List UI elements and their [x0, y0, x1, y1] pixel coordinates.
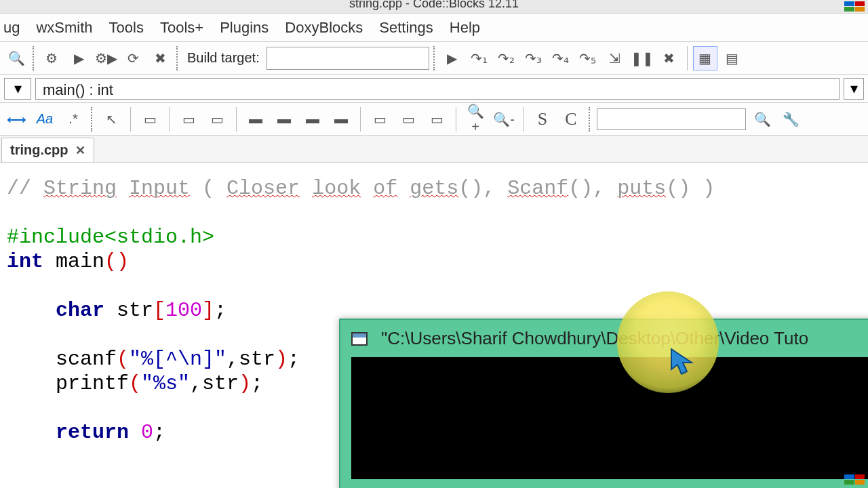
break-debug-icon[interactable]: ⇲ [603, 46, 627, 70]
regex-icon[interactable]: .* [61, 107, 85, 131]
console-title-text: "C:\Users\Sharif Chowdhury\Desktop\Other… [381, 328, 808, 349]
scope-left-drop[interactable]: ▾ [4, 78, 31, 100]
debug-play-icon[interactable]: ▶ [440, 46, 465, 70]
window-title-bar: string.cpp - Code::Blocks 12.11 [0, 0, 868, 14]
box10-icon[interactable]: ▭ [425, 107, 449, 131]
scope-symbol[interactable]: main() : int [35, 78, 840, 100]
box6-icon[interactable]: ▬ [300, 107, 325, 131]
menu-toolsplus[interactable]: Tools+ [160, 19, 203, 37]
stop-icon[interactable]: ✖ [148, 46, 172, 70]
box5-icon[interactable]: ▬ [272, 107, 296, 131]
editor-tab-strip: tring.cpp ✕ [0, 136, 868, 163]
step-out-icon[interactable]: ↷₄ [549, 46, 573, 70]
editor-tab-active[interactable]: tring.cpp ✕ [1, 138, 94, 162]
menu-help[interactable]: Help [450, 19, 480, 37]
pause-icon[interactable]: ❚❚ [630, 46, 654, 70]
menu-tools[interactable]: Tools [109, 19, 144, 37]
step-into-icon[interactable]: ↷₂ [494, 46, 519, 70]
play-icon[interactable]: ▶ [66, 46, 91, 70]
code-comment-line: // String Input ( Closer look of gets(),… [7, 177, 715, 200]
scope-bar: ▾ main() : int ▾ [0, 75, 868, 103]
box3-icon[interactable]: ▭ [205, 107, 229, 131]
editor-tab-label: tring.cpp [10, 142, 68, 158]
code-include: #include<stdio.h> [7, 226, 214, 249]
close-icon[interactable]: ✕ [75, 143, 85, 158]
find-icon[interactable]: 🔍 [750, 107, 774, 131]
info-window-icon[interactable]: ▤ [720, 46, 745, 70]
rebuild-icon[interactable]: ⟳ [121, 46, 145, 70]
select-icon[interactable]: ↖ [99, 107, 123, 131]
menu-ug-fragment[interactable]: ug [3, 19, 20, 37]
search-field[interactable] [597, 108, 746, 130]
console-title-bar[interactable]: "C:\Users\Sharif Chowdhury\Desktop\Other… [340, 320, 868, 357]
c-icon[interactable]: C [559, 107, 583, 131]
zoom-out-icon[interactable]: 🔍- [492, 107, 516, 131]
box7-icon[interactable]: ▬ [329, 107, 353, 131]
console-window[interactable]: "C:\Users\Sharif Chowdhury\Desktop\Other… [339, 319, 868, 488]
menu-bar: ug wxSmith Tools Tools+ Plugins DoxyBloc… [0, 14, 868, 42]
s-icon[interactable]: S [530, 107, 555, 131]
toolbar-secondary: ⟷ Aa .* ↖ ▭ ▭ ▭ ▬ ▬ ▬ ▬ ▭ ▭ ▭ 🔍+ 🔍- S C … [0, 103, 868, 136]
toolbar-main: 🔍 ⚙ ▶ ⚙▶ ⟳ ✖ Build target: ▶ ↷₁ ↷₂ ↷₃ ↷₄… [0, 42, 868, 75]
match-case-icon[interactable]: Aa [33, 107, 57, 131]
scope-right-drop[interactable]: ▾ [844, 78, 864, 100]
run-to-cursor-icon[interactable]: ↷₁ [467, 46, 492, 70]
menu-plugins[interactable]: Plugins [220, 19, 269, 37]
menu-doxyblocks[interactable]: DoxyBlocks [285, 19, 363, 37]
box9-icon[interactable]: ▭ [396, 107, 420, 131]
build-run-icon[interactable]: ⚙▶ [94, 46, 118, 70]
menu-settings[interactable]: Settings [379, 19, 433, 37]
build-target-select[interactable] [267, 47, 429, 70]
next-instr-icon[interactable]: ↷₅ [576, 46, 600, 70]
toggle-header-source-icon[interactable]: ⟷ [4, 107, 28, 131]
zoom-in-icon[interactable]: 🔍+ [463, 107, 488, 131]
step-over-icon[interactable]: ↷₃ [521, 46, 546, 70]
console-output-area[interactable] [351, 357, 868, 479]
build-target-label: Build target: [187, 50, 260, 66]
debug-windows-icon[interactable]: ▦ [693, 46, 717, 70]
recorder-badge-tr [844, 1, 865, 12]
search-icon[interactable]: 🔍 [4, 46, 28, 70]
box2-icon[interactable]: ▭ [176, 107, 201, 131]
stop-debug-icon[interactable]: ✖ [657, 46, 682, 70]
box4-icon[interactable]: ▬ [243, 107, 268, 131]
console-app-icon [351, 332, 368, 346]
window-title: string.cpp - Code::Blocks 12.11 [349, 0, 519, 7]
wrench-icon[interactable]: 🔧 [778, 107, 803, 131]
menu-wxsmith[interactable]: wxSmith [36, 19, 92, 37]
gear-icon[interactable]: ⚙ [39, 46, 64, 70]
box1-icon[interactable]: ▭ [138, 107, 162, 131]
recorder-badge-br [844, 474, 865, 485]
box8-icon[interactable]: ▭ [368, 107, 392, 131]
